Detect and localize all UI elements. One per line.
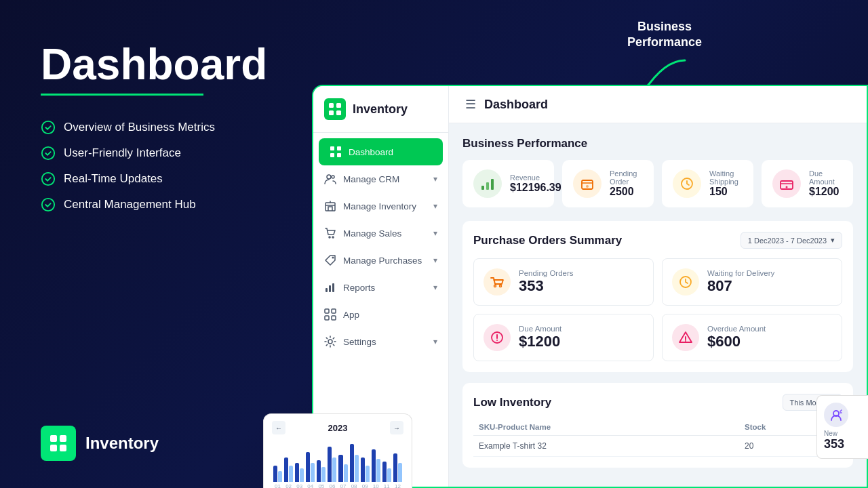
svg-point-38: [494, 285, 496, 287]
topbar-title: Dashboard: [484, 98, 548, 112]
svg-point-29: [328, 340, 332, 344]
shipping-value: 150: [709, 186, 743, 198]
chart-bar-blue: [338, 455, 342, 482]
overdue-amount-info: Overdue Amount $600: [707, 325, 766, 350]
check-circle-icon-3: [41, 171, 56, 186]
new-badge: New 353: [816, 395, 868, 459]
chart-month-label: 02: [284, 483, 293, 488]
svg-rect-24: [332, 283, 334, 292]
chart-month-label: 01: [273, 483, 282, 488]
sidebar-item-dashboard[interactable]: Dashboard: [319, 138, 443, 165]
sidebar-item-sales[interactable]: Manage Sales ▾: [313, 220, 448, 247]
chart-year: 2023: [328, 423, 348, 433]
table-row: Example T-shirt 32 20: [473, 436, 842, 457]
svg-point-1: [42, 147, 54, 159]
chevron-down-icon-6: ▾: [433, 337, 437, 346]
app-grid-icon: [324, 308, 336, 321]
stat-card-due: Due Amount $1200: [762, 160, 853, 207]
pending-icon-wrap: [573, 169, 601, 198]
po-card-waiting: Waiting for Delivery 807: [662, 258, 842, 306]
bp-text: Business Performance: [624, 19, 705, 51]
cart-icon: [324, 227, 336, 239]
content-area: Business Performance Revenue $12: [449, 123, 867, 487]
svg-rect-28: [332, 316, 336, 320]
chart-bar-light: [289, 466, 293, 482]
chart-bar-light: [300, 468, 304, 482]
sidebar-item-crm[interactable]: Manage CRM ▾: [313, 165, 448, 192]
main-title: Dashboard: [41, 41, 271, 88]
chart-bar-light: [387, 468, 391, 482]
chevron-down-icon-2: ▾: [433, 201, 437, 211]
due-amount-info: Due Amount $1200: [519, 325, 561, 350]
revenue-label: Revenue: [510, 174, 543, 182]
sidebar-item-app[interactable]: App: [313, 301, 448, 328]
po-card-due: Due Amount $1200: [473, 314, 654, 361]
chart-month-label: 07: [338, 483, 347, 488]
revenue-icon-wrap: [473, 169, 502, 198]
chart-bar-blue: [295, 463, 299, 482]
svg-rect-6: [50, 445, 57, 451]
sidebar-item-settings[interactable]: Settings ▾: [313, 328, 448, 355]
feature-text-3: Real-Time Updates: [64, 172, 163, 186]
svg-point-2: [42, 173, 54, 185]
stat-card-pending: Pending Order 2500: [562, 160, 654, 207]
bar-chart-icon: [324, 281, 336, 293]
sidebar-logo-icon: [324, 98, 346, 120]
sidebar-label-crm: Manage CRM: [343, 174, 399, 184]
revenue-value: $12196.39: [510, 182, 543, 194]
overdue-amount-value: $600: [707, 333, 766, 350]
svg-rect-14: [330, 153, 334, 157]
waiting-delivery-icon: [672, 268, 699, 296]
chart-bar-light: [321, 467, 326, 482]
feature-item-3: Real-Time Updates: [41, 171, 271, 186]
pending-label: Pending Order: [610, 169, 643, 186]
gear-icon: [324, 336, 336, 348]
svg-rect-31: [486, 182, 489, 190]
chart-bar-group: [295, 463, 304, 482]
chart-month-label: 03: [295, 483, 304, 488]
pending-value: 2500: [610, 186, 643, 198]
sidebar-item-reports[interactable]: Reports ▾: [313, 274, 448, 301]
low-inventory-section: Low Inventory This Month ▾ SKU-Product N…: [462, 383, 853, 468]
menu-icon[interactable]: ☰: [465, 97, 476, 112]
sidebar-label-sales: Manage Sales: [343, 228, 401, 239]
chart-prev-button[interactable]: ←: [272, 421, 285, 434]
chart-bar-group: [306, 452, 315, 482]
due-value: $1200: [809, 186, 842, 198]
sidebar-item-purchases[interactable]: Manage Purchases ▾: [313, 247, 448, 274]
po-card-pending: Pending Orders 353: [473, 258, 654, 306]
svg-point-37: [786, 186, 788, 188]
svg-rect-33: [582, 180, 593, 189]
svg-point-19: [329, 237, 330, 238]
chart-month-label: 08: [350, 483, 359, 488]
chart-header: ← 2023 →: [272, 421, 403, 434]
svg-rect-26: [332, 309, 336, 313]
sidebar-item-inventory[interactable]: Manage Inventory ▾: [313, 192, 448, 220]
bp-section-title: Business Performance: [462, 137, 853, 150]
sidebar-label-dashboard: Dashboard: [349, 147, 393, 157]
svg-rect-8: [329, 103, 334, 108]
chart-bar-group: [273, 466, 282, 482]
chart-bar-group: [372, 449, 380, 482]
revenue-info: Revenue $12196.39: [510, 174, 543, 194]
grid-icon: [330, 146, 342, 158]
chart-bars: [272, 439, 403, 482]
date-filter[interactable]: 1 Dec2023 - 7 Dec2023 ▾: [741, 232, 842, 249]
svg-point-34: [586, 185, 589, 188]
svg-point-39: [500, 285, 502, 287]
sidebar-label-app: App: [343, 310, 359, 320]
chevron-down-icon-5: ▾: [433, 283, 437, 292]
shipping-info: Waiting Shipping 150: [709, 169, 743, 198]
chart-bar-group: [328, 447, 336, 482]
li-header: Low Inventory This Month ▾: [473, 394, 842, 411]
new-label: New: [824, 430, 861, 437]
chart-bar-blue: [328, 447, 332, 482]
chart-bar-blue: [382, 462, 387, 482]
chart-month-label: 06: [328, 483, 336, 488]
po-grid: Pending Orders 353 Waiting for Del: [473, 258, 842, 361]
product-name-cell: Example T-shirt 32: [473, 436, 739, 457]
due-label: Due Amount: [809, 169, 842, 186]
chevron-down-icon-date: ▾: [831, 236, 835, 245]
chart-next-button[interactable]: →: [390, 421, 403, 434]
feature-item-2: User-Friendly Interface: [41, 146, 271, 161]
